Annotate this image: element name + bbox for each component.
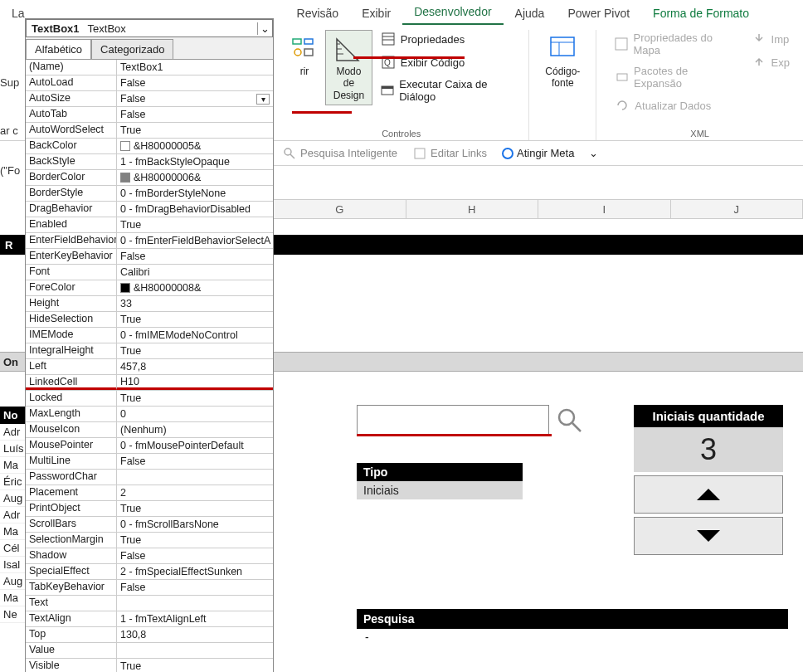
prop-value[interactable]	[117, 643, 273, 658]
prop-value[interactable]: False	[117, 454, 273, 469]
prop-row-autotab[interactable]: AutoTabFalse	[26, 107, 273, 123]
tab-forma-formato[interactable]: Forma de Formato	[641, 2, 761, 25]
prop-row-placement[interactable]: Placement2	[26, 485, 273, 501]
tab-power-pivot[interactable]: Power Pivot	[556, 2, 641, 25]
prop-row-selectionmargin[interactable]: SelectionMarginTrue	[26, 533, 273, 548]
prop-row-shadow[interactable]: ShadowFalse	[26, 548, 273, 564]
prop-value[interactable]: H10	[117, 375, 273, 390]
prop-row-value[interactable]: Value	[26, 643, 273, 659]
codigo-fonte-button[interactable]: Código-fonte	[539, 30, 586, 94]
prop-row-bordercolor[interactable]: BorderColor&H80000006&	[26, 170, 273, 186]
prop-row-autosize[interactable]: AutoSizeFalse▾	[26, 91, 273, 107]
list-item[interactable]: Luís	[0, 441, 25, 457]
prop-row-top[interactable]: Top130,8	[26, 627, 273, 643]
prop-row-textalign[interactable]: TextAlign1 - fmTextAlignLeft	[26, 611, 273, 627]
prop-value[interactable]: &H80000005&	[117, 139, 273, 153]
prop-value[interactable]: 0 - fmEnterFieldBehaviorSelectA	[117, 233, 273, 248]
tab-desenvolvedor[interactable]: Desenvolvedor	[402, 0, 503, 25]
pacotes-expansao-button[interactable]: Pacotes de Expansão	[611, 63, 734, 91]
prop-value[interactable]: TextBox1	[117, 60, 273, 75]
object-selector[interactable]: TextBox1 TextBox ⌄	[26, 19, 273, 37]
prop-row-borderstyle[interactable]: BorderStyle0 - fmBorderStyleNone	[26, 186, 273, 202]
prop-value[interactable]: Calibri	[117, 265, 273, 280]
prop-row-enterfieldbehavior[interactable]: EnterFieldBehavior0 - fmEnterFieldBehavi…	[26, 233, 273, 249]
prop-value[interactable]: 2 - fmSpecialEffectSunken	[117, 564, 273, 579]
prop-value[interactable]: False	[117, 249, 273, 264]
prop-value[interactable]: 2	[117, 485, 273, 500]
col-i[interactable]: I	[538, 200, 671, 218]
prop-value[interactable]: &H80000006&	[117, 170, 273, 185]
prop-row-enterkeybehavior[interactable]: EnterKeyBehaviorFalse	[26, 249, 273, 265]
spin-down-button[interactable]	[634, 517, 783, 555]
prop-value[interactable]: 457,8	[117, 359, 273, 374]
prop-row-mousepointer[interactable]: MousePointer0 - fmMousePointerDefault	[26, 438, 273, 454]
tipo-value[interactable]: Iniciais	[357, 481, 523, 499]
prop-row-left[interactable]: Left457,8	[26, 359, 273, 375]
prop-row-text[interactable]: Text	[26, 596, 273, 611]
tab-exibir[interactable]: Exibir	[350, 2, 402, 25]
prop-row-font[interactable]: FontCalibri	[26, 265, 273, 280]
prop-row-integralheight[interactable]: IntegralHeightTrue	[26, 343, 273, 359]
prop-row-forecolor[interactable]: ForeColor&H80000008&	[26, 280, 273, 296]
tab-alfabetico[interactable]: Alfabético	[26, 39, 91, 59]
prop-value[interactable]: 1 - fmBackStyleOpaque	[117, 154, 273, 169]
prop-value[interactable]: False	[117, 75, 273, 90]
spin-up-button[interactable]	[634, 475, 783, 514]
tab-categorizado[interactable]: Categorizado	[91, 39, 173, 59]
prop-row-autoload[interactable]: AutoLoadFalse	[26, 75, 273, 91]
prop-row-height[interactable]: Height33	[26, 296, 273, 312]
prop-value[interactable]: True	[117, 123, 273, 138]
prop-row-imemode[interactable]: IMEMode0 - fmIMEModeNoControl	[26, 328, 273, 343]
list-item[interactable]: Ma	[0, 457, 25, 474]
tab-ajuda[interactable]: Ajuda	[504, 2, 557, 25]
prop-value[interactable]: 0 - fmBorderStyleNone	[117, 186, 273, 201]
prop-value[interactable]: &H80000008&	[117, 280, 273, 295]
propriedades-mapa-button[interactable]: Propriedades do Mapa	[611, 30, 734, 58]
prop-value[interactable]: 0	[117, 407, 273, 421]
prop-row-enabled[interactable]: EnabledTrue	[26, 217, 273, 233]
prop-row-dragbehavior[interactable]: DragBehavior0 - fmDragBehaviorDisabled	[26, 202, 273, 217]
prop-value[interactable]: True	[117, 217, 273, 232]
prop-row-mouseicon[interactable]: MouseIcon(Nenhum)	[26, 422, 273, 438]
prop-row-printobject[interactable]: PrintObjectTrue	[26, 501, 273, 517]
col-g[interactable]: G	[274, 200, 406, 218]
editar-links-button[interactable]: Editar Links	[412, 146, 487, 161]
list-item[interactable]: Ne	[0, 606, 25, 623]
list-item[interactable]: Cél	[0, 540, 25, 557]
prop-row-multiline[interactable]: MultiLineFalse	[26, 454, 273, 470]
prop-row-linkedcell[interactable]: LinkedCellH10	[26, 375, 273, 391]
prop-value[interactable]: 1 - fmTextAlignLeft	[117, 611, 273, 626]
list-item[interactable]: Isal	[0, 557, 25, 573]
prop-value[interactable]: (Nenhum)	[117, 422, 273, 437]
col-h[interactable]: H	[406, 200, 539, 218]
prop-value[interactable]: 0 - fmMousePointerDefault	[117, 438, 273, 453]
list-item[interactable]: Ma	[0, 523, 25, 540]
prop-value[interactable]: 0 - fmScrollBarsNone	[117, 517, 273, 532]
export-button[interactable]: Exp	[748, 53, 793, 71]
atingir-meta-button[interactable]: Atingir Meta	[502, 147, 574, 159]
prop-value[interactable]	[117, 470, 273, 485]
prop-row-backstyle[interactable]: BackStyle1 - fmBackStyleOpaque	[26, 154, 273, 170]
insert-button[interactable]: rir	[284, 30, 325, 81]
pesquisa-inteligente-button[interactable]: Pesquisa Inteligente	[282, 146, 397, 161]
prop-row-autowordselect[interactable]: AutoWordSelectTrue	[26, 123, 273, 139]
prop-value[interactable]: 0 - fmDragBehaviorDisabled	[117, 202, 273, 217]
object-dropdown-icon[interactable]: ⌄	[257, 22, 272, 35]
prop-row-locked[interactable]: LockedTrue	[26, 391, 273, 407]
import-button[interactable]: Imp	[748, 30, 793, 48]
design-mode-button[interactable]: Modo de Design	[325, 30, 372, 105]
executar-caixa-button[interactable]: Executar Caixa de Diálogo	[377, 76, 519, 105]
atualizar-dados-button[interactable]: Atualizar Dados	[611, 96, 734, 114]
prop-row-backcolor[interactable]: BackColor&H80000005&	[26, 139, 273, 154]
prop-row-hideselection[interactable]: HideSelectionTrue	[26, 312, 273, 328]
prop-row-name[interactable]: (Name)TextBox1	[26, 60, 273, 75]
col-j[interactable]: J	[671, 200, 804, 218]
prop-value[interactable]: False	[117, 548, 273, 563]
dropdown-icon[interactable]: ▾	[256, 94, 270, 105]
overflow-button[interactable]: ⌄	[589, 147, 598, 159]
prop-value[interactable]: 0 - fmIMEModeNoControl	[117, 328, 273, 343]
tab-revisao[interactable]: Revisão	[285, 2, 351, 25]
prop-value[interactable]: True	[117, 501, 273, 516]
search-textbox[interactable]	[357, 405, 549, 435]
prop-row-tabkeybehavior[interactable]: TabKeyBehaviorFalse	[26, 580, 273, 596]
